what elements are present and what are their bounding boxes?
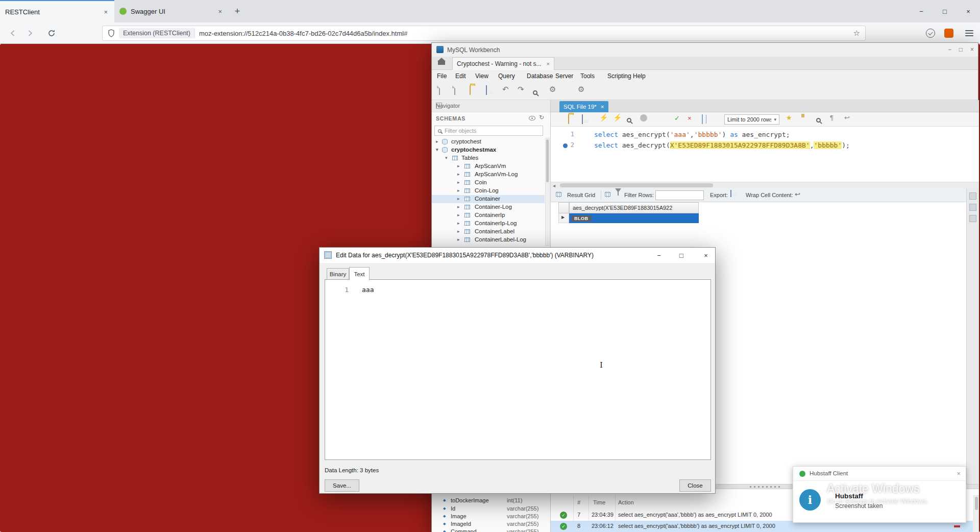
menu-button[interactable] [963,27,976,40]
menu-scripting[interactable]: Scripting [607,72,631,80]
expand-icon[interactable]: ▸ [457,229,460,234]
result-grid-panel-icon[interactable] [969,192,976,200]
tree-item-table[interactable]: ▸ ContainerLabel [432,228,545,236]
scroll-left-icon[interactable]: ◂ [553,183,555,188]
url-text[interactable]: moz-extension://512c214a-0b38-4fc7-bd26-… [199,30,849,37]
site-identity-badge[interactable]: Extension (RESTClient) [119,28,195,38]
rollback-icon[interactable]: × [688,114,692,122]
tree-item-table[interactable]: ▸ Container-Log [432,203,545,211]
dialog-close-button[interactable]: × [698,248,714,263]
sql-code-area[interactable]: 1 2 select aes_encrypt('aaa','bbbbb') as… [551,127,979,182]
collapse-panel-icon[interactable]: − [436,103,442,109]
save-button[interactable]: Save... [325,479,359,492]
expand-icon[interactable]: ▸ [457,221,460,226]
execute-current-icon[interactable]: ⚡ [613,113,622,122]
window-close-button[interactable]: × [957,0,980,22]
tree-scrollbar[interactable] [545,138,550,246]
find-icon[interactable] [816,115,821,125]
snippet-star-icon[interactable]: ★ [786,114,792,122]
tree-item-table[interactable]: ▸ Coin [432,179,545,187]
tab-text[interactable]: Text [349,267,370,280]
search-icon[interactable] [533,88,537,97]
refresh-icon[interactable]: ↻ [539,114,544,121]
redo-icon[interactable]: ↷ [518,85,524,94]
expand-icon[interactable]: ▸ [457,163,460,168]
settings-gear-icon[interactable]: ⚙ [549,85,556,94]
forward-button[interactable] [23,27,37,40]
export-icon[interactable] [730,190,731,197]
expand-icon[interactable]: ▸ [457,180,460,185]
tree-item-table[interactable]: ▸ ContainerLabel-Log [432,236,545,244]
pocket-button[interactable] [924,27,937,40]
grid-view-icon[interactable] [605,191,610,198]
workbench-close-button[interactable]: × [970,46,974,53]
tab-close-icon[interactable]: × [216,8,224,15]
collapse-icon[interactable]: ▾ [445,155,448,160]
filter-funnel-icon[interactable] [615,192,621,199]
menu-edit[interactable]: Edit [455,72,466,80]
tree-item-cryptochestmax[interactable]: ▾ cryptochestmax [432,146,545,154]
schema-filter-input[interactable] [445,128,540,134]
menu-query[interactable]: Query [498,72,515,80]
invisible-chars-icon[interactable]: ¶ [830,114,834,122]
workbench-maximize-button[interactable]: □ [959,46,963,53]
preferences-gear-icon[interactable]: ⚙ [578,85,584,94]
new-tab-button[interactable]: + [229,0,246,22]
menu-tools[interactable]: Tools [580,72,595,80]
expand-icon[interactable]: ▸ [457,237,460,242]
expand-icon[interactable]: ▸ [457,196,460,201]
stop-icon[interactable] [640,114,647,122]
tree-item-table[interactable]: ▸ ContainerIp [432,211,545,220]
autocommit-toggle-icon[interactable] [702,115,703,124]
tab-close-icon[interactable]: × [102,8,109,16]
save-icon[interactable] [486,86,487,95]
tree-item-cryptochest[interactable]: ▸ cryptochest [432,138,545,146]
wrap-text-icon[interactable]: ↩ [844,114,850,122]
explain-icon[interactable] [627,115,631,125]
browser-tab-swagger[interactable]: Swagger UI × [114,0,229,22]
wrap-cell-icon[interactable]: ↩ [795,190,800,198]
menu-database[interactable]: Database [527,72,553,80]
reload-button[interactable] [45,27,58,40]
field-types-panel-icon[interactable] [969,215,976,222]
grid-cell-selected[interactable]: BLOB [569,213,699,223]
tree-item-table[interactable]: ▸ ContainerIp-Log [432,220,545,228]
eye-icon[interactable] [529,116,535,120]
menu-file[interactable]: File [437,72,447,80]
dialog-maximize-button[interactable]: □ [674,248,689,263]
window-minimize-button[interactable]: − [910,0,933,22]
back-button[interactable] [6,27,19,40]
open-script-icon[interactable] [568,115,569,124]
dialog-minimize-button[interactable]: − [651,248,667,263]
undo-icon[interactable]: ↶ [502,85,509,94]
grid-row-gutter[interactable]: ▶ [558,213,569,223]
filter-rows-input[interactable] [655,190,704,200]
menu-help[interactable]: Help [633,72,646,80]
menu-server[interactable]: Server [555,72,573,80]
connection-tab[interactable]: Cryptochest - Warning - not s... × [452,57,554,70]
limit-rows-dropdown[interactable]: Limit to 2000 rows ▾ [724,114,779,125]
bookmark-star-icon[interactable]: ☆ [853,29,860,38]
tab-close-icon[interactable]: × [601,104,604,110]
expand-icon[interactable]: ▸ [457,188,460,193]
tab-close-icon[interactable]: × [547,61,550,67]
close-button[interactable]: Close [679,479,711,492]
output-scrollbar[interactable] [973,495,979,532]
workbench-title-bar[interactable]: MySQL Workbench − □ × [432,43,978,57]
notification-close-icon[interactable]: × [957,470,961,477]
sql-file-tab[interactable]: SQL File 19* × [559,101,608,112]
workbench-minimize-button[interactable]: − [948,46,951,53]
tree-item-table[interactable]: ▸ ArpScanVm-Log [432,171,545,179]
expand-icon[interactable]: ▸ [457,212,460,217]
tree-item-tables[interactable]: ▾ Tables [432,154,545,162]
dialog-title-bar[interactable]: Edit Data for aes_decrypt(X'E53ED89F1883… [320,248,715,263]
new-script-icon[interactable] [454,86,455,95]
restclient-extension-button[interactable] [942,27,955,40]
expand-icon[interactable]: ▸ [457,172,460,177]
collapse-icon[interactable]: ▾ [436,147,438,152]
grid-column-header[interactable]: aes_decrypt(X'E53ED89F1883015A922 [569,202,699,213]
tab-binary[interactable]: Binary [327,268,349,280]
browser-tab-restclient[interactable]: RESTClient × [0,0,114,22]
execute-icon[interactable]: ⚡ [599,113,608,122]
tree-item-table[interactable]: ▸ Coin-Log [432,187,545,195]
